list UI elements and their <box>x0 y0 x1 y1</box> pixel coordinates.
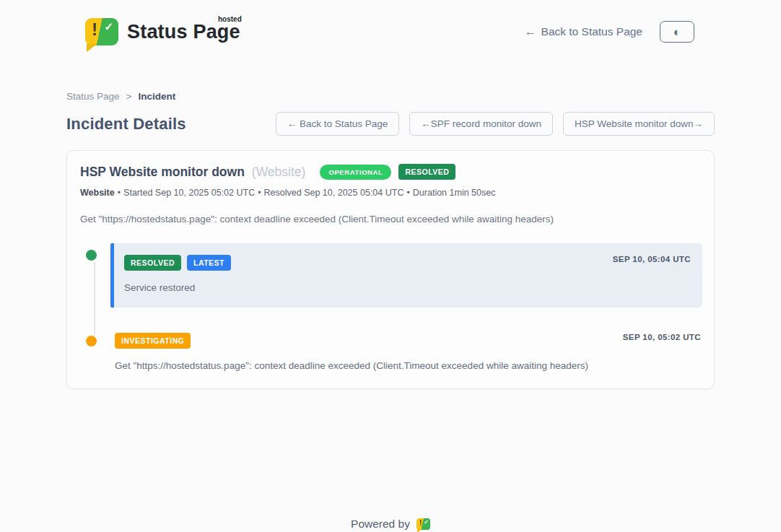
meta-component: Website <box>80 188 115 198</box>
latest-tag: LATEST <box>187 255 231 271</box>
hosted-superscript: hosted <box>218 15 242 23</box>
arrow-left-icon: ← <box>525 25 536 38</box>
timeline-event-message: Service restored <box>124 282 689 293</box>
timeline-event-content: INVESTIGATING SEP 10, 05:02 UTC Get "htt… <box>110 329 702 371</box>
incident-meta: Website•Started Sep 10, 2025 05:02 UTC•R… <box>79 188 702 198</box>
breadcrumb-status-page[interactable]: Status Page <box>66 91 120 102</box>
meta-separator: • <box>406 188 409 198</box>
breadcrumb-incident: Incident <box>138 91 175 102</box>
powered-by-link[interactable]: Powered by ! ✓ <box>351 518 430 531</box>
incident-timeline: RESOLVED LATEST SEP 10, 05:04 UTC Servic… <box>79 243 702 371</box>
brand-logo[interactable]: ! ✓ hosted Status Page <box>85 18 240 45</box>
header: ! ✓ hosted Status Page ← Back to Status … <box>0 0 781 52</box>
checkmark-glyph: ✓ <box>104 21 113 32</box>
breadcrumb-separator: > <box>126 91 132 102</box>
title-row: Incident Details ← Back to Status Page ←… <box>66 112 715 136</box>
resolved-badge: RESOLVED <box>398 164 455 180</box>
incident-card: HSP Website monitor down (Website) OPERA… <box>66 150 715 389</box>
breadcrumb: Status Page > Incident <box>66 91 715 102</box>
timeline-event-resolved: RESOLVED LATEST SEP 10, 05:04 UTC Servic… <box>79 243 702 308</box>
header-actions: ← Back to Status Page ◐ <box>525 21 694 43</box>
meta-started: Started Sep 10, 2025 05:02 UTC <box>123 188 255 198</box>
incident-nav-buttons: ← Back to Status Page ←SPF record monito… <box>276 112 715 136</box>
incident-description: Get "https://hostedstatus.page": context… <box>79 214 702 224</box>
back-link-label: Back to Status Page <box>541 25 642 38</box>
meta-duration: Duration 1min 50sec <box>413 188 496 198</box>
green-status-dot <box>84 248 99 263</box>
contrast-icon: ◐ <box>673 26 681 38</box>
brand-text: Status Page <box>127 21 240 43</box>
timeline-event-message: Get "https://hostedstatus.page": context… <box>115 360 701 371</box>
theme-toggle-button[interactable]: ◐ <box>660 21 694 43</box>
prev-incident-button[interactable]: ←SPF record monitor down <box>409 112 553 136</box>
timeline-event-timestamp: SEP 10, 05:02 UTC <box>623 333 701 341</box>
checkmark-glyph: ✓ <box>424 520 429 526</box>
timeline-event-investigating: INVESTIGATING SEP 10, 05:02 UTC Get "htt… <box>79 329 702 371</box>
back-to-status-page-link[interactable]: ← Back to Status Page <box>525 25 642 38</box>
orange-status-dot <box>84 333 99 349</box>
speech-bubble-icon: ! ✓ <box>416 518 430 530</box>
meta-separator: • <box>258 188 261 198</box>
meta-separator: • <box>118 188 121 198</box>
investigating-tag: INVESTIGATING <box>115 333 191 349</box>
incident-component: (Website) <box>252 165 306 180</box>
operational-badge: OPERATIONAL <box>320 165 391 180</box>
timeline-event-tags: RESOLVED LATEST <box>124 255 689 271</box>
footer: Powered by ! ✓ © 2025-10-08 14:10:34.772… <box>0 518 781 532</box>
exclamation-glyph: ! <box>419 520 422 527</box>
powered-by-label: Powered by <box>351 518 410 531</box>
resolved-tag: RESOLVED <box>124 255 181 271</box>
back-to-status-page-button[interactable]: ← Back to Status Page <box>276 112 400 136</box>
timeline-dot-column <box>79 329 103 371</box>
status-page-logo-icon: ! ✓ <box>85 18 118 45</box>
timeline-dot-column <box>79 243 103 308</box>
speech-bubble-icon: ! ✓ <box>85 18 118 45</box>
timeline-event-tags: INVESTIGATING <box>115 333 701 349</box>
next-incident-button[interactable]: HSP Website monitor down→ <box>563 112 715 136</box>
incident-card-header: HSP Website monitor down (Website) OPERA… <box>79 164 702 180</box>
page-title: Incident Details <box>66 115 186 134</box>
meta-resolved: Resolved Sep 10, 2025 05:04 UTC <box>264 188 404 198</box>
incident-title: HSP Website monitor down <box>80 165 245 180</box>
brand-name: hosted Status Page <box>127 21 240 43</box>
main-content: Status Page > Incident Incident Details … <box>66 91 715 389</box>
exclamation-glyph: ! <box>92 21 97 38</box>
timeline-event-timestamp: SEP 10, 05:04 UTC <box>613 255 691 263</box>
status-page-mini-logo-icon: ! ✓ <box>416 518 430 530</box>
timeline-event-content: RESOLVED LATEST SEP 10, 05:04 UTC Servic… <box>110 243 702 308</box>
